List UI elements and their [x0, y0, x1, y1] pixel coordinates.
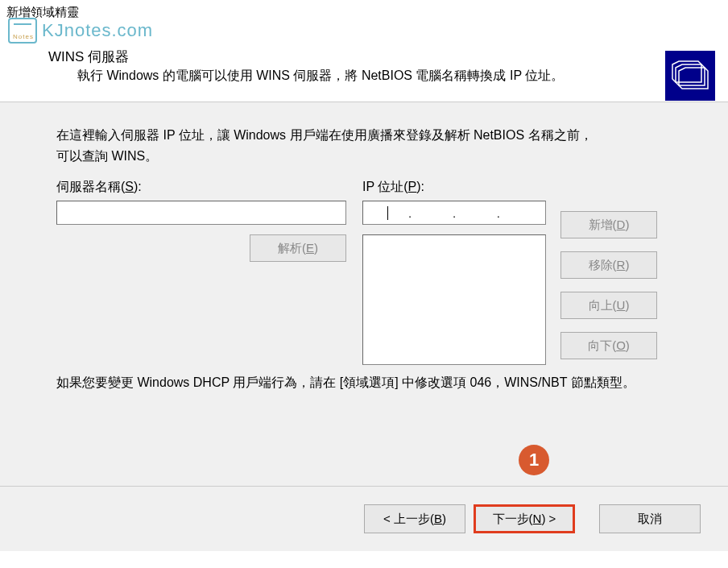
wizard-description: 執行 Windows 的電腦可以使用 WINS 伺服器，將 NetBIOS 電腦… [77, 68, 712, 85]
back-button[interactable]: < 上一步(B) [364, 504, 465, 533]
down-button[interactable]: 向下(O) [560, 332, 657, 359]
wizard-footer: 1 < 上一步(B) 下一步(N) > 取消 [0, 486, 728, 551]
server-name-input[interactable] [56, 201, 346, 225]
wizard-title: WINS 伺服器 [48, 48, 712, 66]
ip-address-label: IP 位址(P): [362, 179, 546, 196]
wizard-content: 在這裡輸入伺服器 IP 位址，讓 Windows 用戶端在使用廣播來登錄及解析 … [0, 102, 728, 486]
watermark: KJnotes.com [8, 18, 153, 44]
up-button[interactable]: 向上(U) [560, 292, 657, 319]
watermark-icon [8, 18, 37, 44]
annotation-badge: 1 [519, 445, 549, 475]
resolve-button[interactable]: 解析(E) [250, 234, 346, 262]
add-button[interactable]: 新增(D) [560, 211, 657, 238]
ip-listbox[interactable] [362, 234, 546, 365]
instruction-text: 在這裡輸入伺服器 IP 位址，讓 Windows 用戶端在使用廣播來登錄及解析 … [56, 125, 672, 166]
next-button[interactable]: 下一步(N) > [474, 504, 575, 533]
remove-button[interactable]: 移除(R) [560, 251, 657, 279]
server-name-label: 伺服器名稱(S): [56, 179, 346, 196]
folder-icon [665, 51, 715, 101]
ip-address-input[interactable]: . . . [362, 201, 546, 225]
dhcp-note: 如果您要變更 Windows DHCP 用戶端行為，請在 [領域選項] 中修改選… [56, 373, 672, 392]
cancel-button[interactable]: 取消 [599, 504, 701, 533]
watermark-text: KJnotes.com [42, 20, 153, 41]
